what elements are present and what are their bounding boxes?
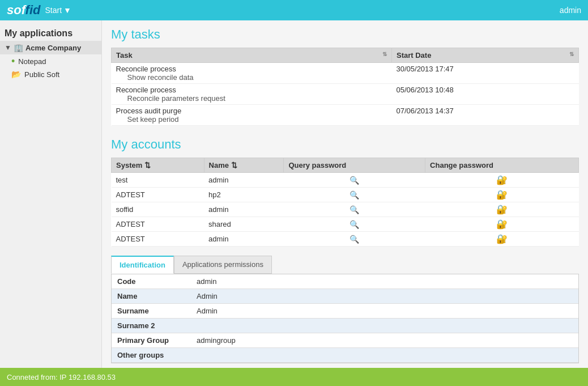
id-field-label: Name <box>112 289 191 304</box>
tab-applications-permissions[interactable]: Applications permissions <box>174 256 272 274</box>
query-password-icon[interactable]: 🔍 <box>350 235 359 244</box>
sidebar-company[interactable]: ▼ 🏢 Acme Company <box>0 41 101 54</box>
account-change: 🔐 <box>425 232 579 247</box>
table-row: ADTEST admin 🔍 🔐 <box>112 232 579 247</box>
id-row: Name Admin <box>112 289 578 304</box>
account-query: 🔍 <box>284 232 425 247</box>
tasks-col-date[interactable]: Start Date ⇅ <box>392 48 579 63</box>
account-name: hp2 <box>204 188 284 202</box>
accounts-col-name[interactable]: Name ⇅ <box>204 158 284 173</box>
tabs-header: Identification Applications permissions <box>111 256 579 274</box>
task-date: 07/06/2013 14:37 <box>392 105 579 126</box>
id-field-label: Code <box>112 274 191 289</box>
account-system: ADTEST <box>112 188 204 202</box>
footer: Conneted from: IP 192.168.80.53 <box>0 368 588 386</box>
account-system: ADTEST <box>112 232 204 247</box>
account-system: ADTEST <box>112 217 204 232</box>
account-query: 🔍 <box>284 173 425 188</box>
account-name: admin <box>204 232 284 247</box>
publicsoft-icon: 📂 <box>11 70 21 79</box>
task-main: Reconcile process Show reconcile data <box>112 63 392 84</box>
table-row: ADTEST shared 🔍 🔐 <box>112 217 579 232</box>
id-row: Code admin <box>112 274 578 289</box>
header-left: soffid Start ▼ <box>7 3 71 18</box>
sidebar-item-notepad[interactable]: • Notepad <box>0 54 101 68</box>
admin-label: admin <box>560 6 581 15</box>
accounts-col-change: Change password <box>425 158 579 173</box>
tasks-table: Task ⇅ Start Date ⇅ Reconcile process Sh… <box>111 48 579 126</box>
tasks-col-task[interactable]: Task ⇅ <box>112 48 392 63</box>
account-change: 🔐 <box>425 173 579 188</box>
id-field-value <box>191 348 578 363</box>
id-field-value: admingroup <box>191 333 578 348</box>
account-name: admin <box>204 173 284 188</box>
my-accounts-title: My accounts <box>111 137 579 152</box>
content: My tasks Task ⇅ Start Date ⇅ Reconcile p… <box>102 20 588 368</box>
my-tasks-title: My tasks <box>111 27 579 42</box>
table-row: Reconcile process Reconcile parameters r… <box>112 84 579 105</box>
id-field-value: Admin <box>191 304 578 319</box>
tab-content: Code admin Name Admin Surname Admin Surn… <box>111 274 579 363</box>
id-row: Other groups <box>112 348 578 363</box>
account-query: 🔍 <box>284 217 425 232</box>
date-sort-icon: ⇅ <box>569 51 574 57</box>
change-password-icon[interactable]: 🔐 <box>496 234 508 244</box>
query-password-icon[interactable]: 🔍 <box>350 205 359 214</box>
account-system: test <box>112 173 204 188</box>
query-password-icon[interactable]: 🔍 <box>350 190 359 200</box>
account-change: 🔐 <box>425 202 579 217</box>
system-sort-icon: ⇅ <box>144 161 151 169</box>
table-row: soffid admin 🔍 🔐 <box>112 202 579 217</box>
account-query: 🔍 <box>284 188 425 202</box>
sidebar: My applications ▼ 🏢 Acme Company • Notep… <box>0 20 102 368</box>
sidebar-item-label-publicsoft: Public Soft <box>24 70 59 79</box>
table-row: ADTEST hp2 🔍 🔐 <box>112 188 579 202</box>
query-password-icon[interactable]: 🔍 <box>350 220 359 229</box>
id-row: Surname 2 <box>112 319 578 333</box>
task-date: 05/06/2013 10:48 <box>392 84 579 105</box>
name-sort-icon: ⇅ <box>231 161 237 169</box>
id-row: Surname Admin <box>112 304 578 319</box>
account-name: shared <box>204 217 284 232</box>
main: My applications ▼ 🏢 Acme Company • Notep… <box>0 20 588 368</box>
account-name: admin <box>204 202 284 217</box>
id-row: Primary Group admingroup <box>112 333 578 348</box>
change-password-icon[interactable]: 🔐 <box>496 190 508 200</box>
sidebar-title: My applications <box>0 25 101 41</box>
accounts-col-query: Query password <box>284 158 425 173</box>
logo: soffid <box>7 3 41 18</box>
account-system: soffid <box>112 202 204 217</box>
id-field-value: admin <box>191 274 578 289</box>
dot-icon: • <box>11 56 15 66</box>
task-main: Process audit purge Set keep period <box>112 105 392 126</box>
table-row: Reconcile process Show reconcile data 30… <box>112 63 579 84</box>
account-change: 🔐 <box>425 188 579 202</box>
query-password-icon[interactable]: 🔍 <box>350 176 359 185</box>
header: soffid Start ▼ admin <box>0 0 588 20</box>
tab-identification[interactable]: Identification <box>111 256 174 274</box>
sidebar-item-publicsoft[interactable]: 📂 Public Soft <box>0 68 101 80</box>
company-arrow-icon: ▼ <box>5 44 11 52</box>
footer-text: Conneted from: IP 192.168.80.53 <box>7 373 116 381</box>
sidebar-item-label-notepad: Notepad <box>18 57 46 66</box>
company-icon: 🏢 <box>14 43 23 52</box>
id-field-label: Surname 2 <box>112 319 191 333</box>
start-dropdown-icon: ▼ <box>63 6 71 15</box>
account-change: 🔐 <box>425 217 579 232</box>
start-button[interactable]: Start ▼ <box>45 6 71 15</box>
accounts-col-system[interactable]: System ⇅ <box>112 158 204 173</box>
change-password-icon[interactable]: 🔐 <box>496 219 508 229</box>
task-main: Reconcile process Reconcile parameters r… <box>112 84 392 105</box>
identification-section: Identification Applications permissions … <box>111 256 579 363</box>
task-date: 30/05/2013 17:47 <box>392 63 579 84</box>
account-query: 🔍 <box>284 202 425 217</box>
change-password-icon[interactable]: 🔐 <box>496 205 508 214</box>
accounts-table: System ⇅ Name ⇅ Query password Change pa… <box>111 158 579 247</box>
table-row: test admin 🔍 🔐 <box>112 173 579 188</box>
id-field-label: Other groups <box>112 348 191 363</box>
task-sort-icon: ⇅ <box>382 51 387 57</box>
company-name: Acme Company <box>25 44 81 52</box>
id-field-label: Primary Group <box>112 333 191 348</box>
identification-table: Code admin Name Admin Surname Admin Surn… <box>112 274 578 363</box>
change-password-icon[interactable]: 🔐 <box>496 175 508 185</box>
